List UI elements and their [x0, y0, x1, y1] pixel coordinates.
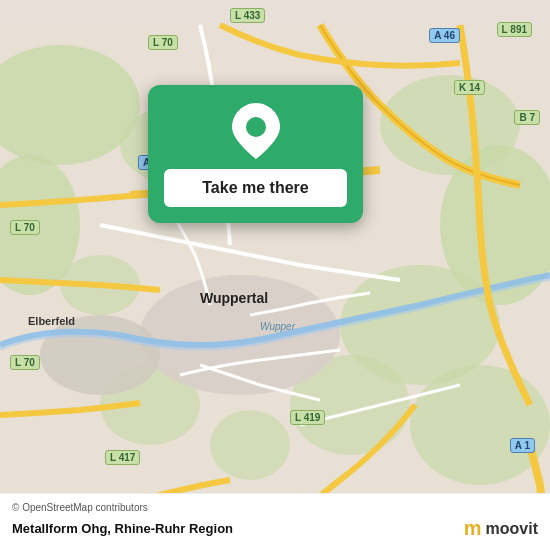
bottom-bar: © OpenStreetMap contributors Metallform …: [0, 493, 550, 550]
take-me-there-button[interactable]: Take me there: [164, 169, 347, 207]
svg-text:Wupper: Wupper: [260, 321, 296, 332]
svg-point-9: [410, 365, 550, 485]
location-name: Metallform Ohg, Rhine-Ruhr Region: [12, 521, 233, 536]
svg-point-15: [246, 117, 266, 137]
location-pin-icon: [232, 103, 280, 159]
moovit-wordmark: moovit: [486, 520, 538, 538]
moovit-logo: m moovit: [464, 517, 538, 540]
location-info: Metallform Ohg, Rhine-Ruhr Region m moov…: [12, 517, 538, 540]
popup-card: Take me there: [148, 85, 363, 223]
svg-point-13: [40, 315, 160, 395]
attribution: © OpenStreetMap contributors: [12, 502, 538, 513]
svg-point-11: [210, 410, 290, 480]
moovit-m-icon: m: [464, 517, 482, 540]
map-container: Wupper L 433 L 70 A 46 L 891 K 14 B 7 L …: [0, 0, 550, 550]
